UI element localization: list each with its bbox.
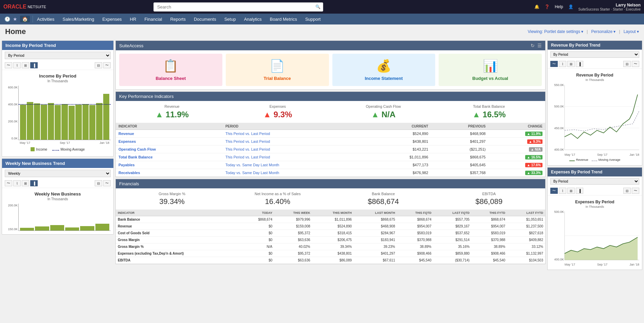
suite-card-trial-balance[interactable]: 📄 Trial Balance	[226, 54, 329, 86]
kpi-change-cell: ▲ 9.3%	[488, 138, 545, 146]
topbar: ORACLE NETSUITE 🔍 🔔 ❓ Help 👤 Larry Nelso…	[0, 0, 644, 14]
expenses-chart-subtitle: In Thousands	[550, 205, 639, 208]
income-legend-label: Income	[36, 148, 47, 151]
left-column: Income By Period Trend By Period 〜 ⌇ ⊞ ▐…	[2, 40, 114, 270]
fin-ebitda-value: $86,089	[436, 197, 542, 206]
exp-x-jan18: Jan '18	[629, 263, 639, 266]
rev-table-icon[interactable]: ⊞	[567, 61, 575, 67]
weekly-area-icon[interactable]: ⌇	[13, 180, 21, 186]
kpi-change-cell: ▲ 11.9%	[488, 130, 545, 138]
area-chart-icon[interactable]: ⌇	[13, 62, 21, 68]
kpi-period-cell[interactable]: This Period vs. Last Period	[223, 153, 371, 161]
kpi-period-cell[interactable]: This Period vs. Last Period	[223, 146, 371, 153]
kpi-current-cell: $438,801	[371, 138, 431, 146]
bar-chart-inner-wrap	[18, 86, 111, 140]
user-icon[interactable]: 👤	[568, 4, 573, 9]
weekly-period-select[interactable]: Weekly	[5, 170, 111, 177]
income-trend-header: Income By Period Trend	[2, 41, 113, 50]
kpi-title: Key Performance Indicators	[119, 94, 173, 99]
fin-table-row: Revenue $0 $159,008 $524,890 $468,908 $9…	[116, 223, 545, 230]
kpi-panel: Key Performance Indicators Revenue ▲ 11.…	[115, 91, 546, 177]
fin-this-fqtd-cell: $868,674	[397, 216, 434, 223]
nav-item-setup[interactable]: Setup	[220, 14, 240, 24]
rev-bar-icon[interactable]: ▐	[576, 61, 583, 67]
refresh-icon[interactable]: ↻	[531, 43, 535, 48]
kpi-indicator-cell: Payables	[116, 161, 223, 169]
fin-last-fqtd-cell: $537,652	[434, 230, 472, 237]
weekly-trend-panel: Weekly New Business Trend Weekly 〜 ⌇ ⊞ ▐…	[2, 158, 114, 235]
exp-area-icon[interactable]: ⌇	[559, 188, 566, 194]
fin-gross-margin-label: Gross Margin %	[119, 192, 225, 196]
weekly-bar-icon[interactable]: ▐	[30, 180, 38, 186]
fin-table-row: Expenses (excluding Tax,Dep'n & Amort) $…	[116, 250, 545, 257]
line-chart-icon[interactable]: 〜	[5, 62, 12, 68]
revenue-avg-line	[592, 160, 597, 161]
weekly-settings-icon[interactable]: ⊟	[95, 180, 102, 186]
nav-item-documents[interactable]: Documents	[190, 14, 220, 24]
weekly-download-icon[interactable]: 〜	[103, 180, 111, 186]
suite-card-budget-actual[interactable]: 📊 Budget vs Actual	[439, 54, 542, 86]
income-period-select[interactable]: By Period	[5, 52, 111, 59]
kpi-period-cell[interactable]: This Period vs. Last Period	[223, 130, 371, 138]
settings-chart-icon[interactable]: ⊟	[95, 62, 102, 68]
kpi-period-cell[interactable]: This Period vs. Last Period	[223, 138, 371, 146]
rev-download-icon[interactable]: 〜	[632, 61, 639, 67]
nav-item-support[interactable]: Support	[301, 14, 325, 24]
kpi-period-cell[interactable]: Today vs. Same Day Last Month	[223, 169, 371, 177]
fin-gross-margin-value: 39.34%	[119, 197, 225, 206]
fin-col-this-week: THIS WEEK	[274, 210, 312, 216]
revenue-trend-panel: Revenue By Period Trend By Period 〜 ⌇ ⊞ …	[547, 40, 642, 166]
search-icon: 🔍	[315, 4, 320, 9]
fin-this-fytd-cell: $908,466	[472, 250, 507, 257]
weekly-bar-1	[20, 228, 34, 231]
layout-link[interactable]: Layout ▾	[624, 29, 639, 34]
nav-item-board-metrics[interactable]: Board Metrics	[266, 14, 301, 24]
help-icon[interactable]: ❓	[545, 4, 550, 9]
menu-icon[interactable]: ☰	[537, 43, 542, 48]
rev-settings-icon[interactable]: ⊟	[623, 61, 631, 67]
fin-table-header-row: INDICATOR TODAY THIS WEEK THIS MONTH LAS…	[116, 210, 545, 216]
bar-chart-icon[interactable]: ▐	[30, 62, 38, 68]
nav-item-expenses[interactable]: Expenses	[98, 14, 126, 24]
notification-icon[interactable]: 🔔	[534, 4, 539, 9]
revenue-period-select[interactable]: By Period	[550, 51, 639, 58]
nav-item-hr[interactable]: HR	[126, 14, 141, 24]
table-icon[interactable]: ⊞	[22, 62, 29, 68]
exp-table-icon[interactable]: ⊞	[567, 188, 575, 194]
nav-item-sales[interactable]: Sales/Marketing	[58, 14, 98, 24]
kpi-period-cell[interactable]: Today vs. Same Day Last Month	[223, 161, 371, 169]
clock-icon[interactable]: 🕐	[4, 16, 10, 22]
exp-settings-icon[interactable]: ⊟	[623, 188, 631, 194]
rev-line-icon[interactable]: 〜	[550, 61, 558, 67]
star-icon[interactable]: ★	[13, 16, 17, 22]
search-bar[interactable]: 🔍	[153, 2, 323, 12]
exp-line-icon[interactable]: 〜	[550, 188, 558, 194]
nav-item-activities[interactable]: Activities	[33, 14, 58, 24]
search-input[interactable]	[153, 2, 323, 12]
rev-area-icon[interactable]: ⌇	[559, 61, 566, 67]
fin-this-month-cell: $1,011,896	[312, 216, 354, 223]
kpi-table-row: Receivables Today vs. Same Day Last Mont…	[116, 169, 545, 177]
nav-item-financial[interactable]: Financial	[140, 14, 166, 24]
download-chart-icon[interactable]: 〜	[103, 62, 111, 68]
bar-12	[96, 103, 102, 140]
budget-actual-title: Budget vs Actual	[472, 76, 508, 81]
nav-item-analytics[interactable]: Analytics	[240, 14, 266, 24]
home-icon[interactable]: 🏠	[20, 16, 30, 22]
suite-card-balance-sheet[interactable]: 📋 Balance Sheet	[119, 54, 222, 86]
nav-item-reports[interactable]: Reports	[166, 14, 190, 24]
suite-card-income-statement[interactable]: 💰 Income Statement	[332, 54, 436, 86]
weekly-line-icon[interactable]: 〜	[5, 180, 12, 186]
income-chart-legend: Income Moving Average	[5, 146, 111, 153]
personalize-link[interactable]: Personalize ▾	[591, 29, 615, 34]
exp-bar-icon[interactable]: ▐	[576, 188, 583, 194]
kpi-table-row: Operating Cash Flow This Period vs. Last…	[116, 146, 545, 153]
financials-header: Financials	[116, 179, 545, 188]
avg-legend: Moving Average	[52, 147, 85, 151]
exp-download-icon[interactable]: 〜	[632, 188, 639, 194]
weekly-table-icon[interactable]: ⊞	[22, 180, 29, 186]
viewing-settings[interactable]: Viewing: Portlet date settings ▾	[528, 29, 583, 34]
fin-last-fytd-cell: $827,618	[507, 230, 545, 237]
kpi-table-row: Expenses This Period vs. Last Period $43…	[116, 138, 545, 146]
expenses-period-select[interactable]: By Period	[550, 178, 639, 185]
